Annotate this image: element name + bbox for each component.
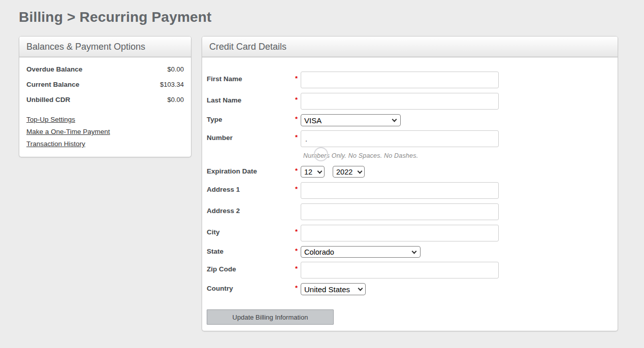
credit-card-panel-header: Credit Card Details: [202, 37, 618, 57]
credit-card-panel: Credit Card Details First Name * Last Na…: [202, 36, 618, 331]
required-marker: *: [295, 246, 301, 258]
balance-row-overdue: Overdue Balance $0.00: [26, 65, 184, 73]
zip-code-input[interactable]: [301, 262, 499, 279]
current-balance-value: $103.34: [160, 81, 184, 88]
required-marker: *: [295, 182, 301, 199]
billing-page: Billing > Recurring Payment Balances & P…: [0, 0, 644, 331]
required-marker: *: [295, 130, 301, 147]
country-select[interactable]: United States: [301, 283, 366, 295]
city-label: City: [207, 225, 295, 241]
overdue-balance-value: $0.00: [167, 65, 184, 73]
address1-label: Address 1: [207, 182, 295, 199]
page-title: Billing > Recurring Payment: [19, 9, 644, 25]
required-marker: *: [295, 114, 301, 126]
form-row-city: City *: [207, 225, 610, 241]
balance-row-current: Current Balance $103.34: [26, 81, 184, 88]
required-marker: *: [295, 166, 301, 178]
required-marker: *: [295, 72, 301, 88]
card-number-help-row: Numbers Only. No Spaces. No Dashes.: [207, 151, 610, 160]
form-row-address2: Address 2: [207, 203, 610, 220]
card-number-label: Number: [207, 130, 295, 147]
zip-code-label: Zip Code: [207, 262, 295, 279]
expiration-month-select[interactable]: 12: [301, 166, 325, 178]
card-type-select[interactable]: VISA: [301, 114, 401, 126]
balances-panel: Balances & Payment Options Overdue Balan…: [19, 36, 191, 157]
required-marker: *: [295, 262, 301, 279]
unbilled-cdr-value: $0.00: [167, 96, 184, 103]
form-row-country: Country * United States: [207, 283, 610, 295]
unbilled-cdr-label: Unbilled CDR: [26, 96, 70, 103]
form-row-type: Type * VISA: [207, 114, 610, 126]
form-row-first-name: First Name *: [207, 72, 610, 88]
update-billing-information-button[interactable]: Update Billing Information: [207, 309, 334, 325]
last-name-input[interactable]: [301, 93, 499, 110]
current-balance-label: Current Balance: [26, 81, 79, 88]
address1-input[interactable]: [301, 182, 499, 199]
required-marker: *: [295, 283, 301, 295]
expiration-year-select[interactable]: 2022: [333, 166, 365, 178]
balance-row-unbilled: Unbilled CDR $0.00: [26, 96, 184, 103]
optional-marker-empty: [295, 203, 301, 220]
transaction-history-link[interactable]: Transaction History: [26, 140, 184, 148]
expiration-date-label: Expiration Date: [207, 166, 295, 178]
one-time-payment-link[interactable]: Make a One-Time Payment: [26, 128, 184, 135]
top-up-settings-link[interactable]: Top-Up Settings: [26, 116, 184, 123]
state-label: State: [207, 246, 295, 258]
form-row-address1: Address 1 *: [207, 182, 610, 199]
first-name-label: First Name: [207, 72, 295, 88]
balances-panel-header: Balances & Payment Options: [19, 37, 191, 57]
card-type-label: Type: [207, 114, 295, 126]
form-row-state: State * Colorado: [207, 246, 610, 258]
form-row-zip: Zip Code *: [207, 262, 610, 279]
last-name-label: Last Name: [207, 93, 295, 110]
card-number-input[interactable]: [301, 130, 499, 147]
address2-input[interactable]: [301, 203, 499, 220]
required-marker: *: [295, 93, 301, 110]
form-row-expiration: Expiration Date * 12 2022: [207, 166, 610, 178]
first-name-input[interactable]: [301, 72, 499, 88]
country-label: Country: [207, 283, 295, 295]
form-row-last-name: Last Name *: [207, 93, 610, 110]
overdue-balance-label: Overdue Balance: [26, 65, 82, 73]
city-input[interactable]: [301, 225, 499, 241]
state-select[interactable]: Colorado: [301, 246, 421, 258]
loading-spinner-circle: [314, 147, 328, 161]
required-marker: *: [295, 225, 301, 241]
address2-label: Address 2: [207, 203, 295, 220]
form-row-number: Number *: [207, 130, 610, 147]
